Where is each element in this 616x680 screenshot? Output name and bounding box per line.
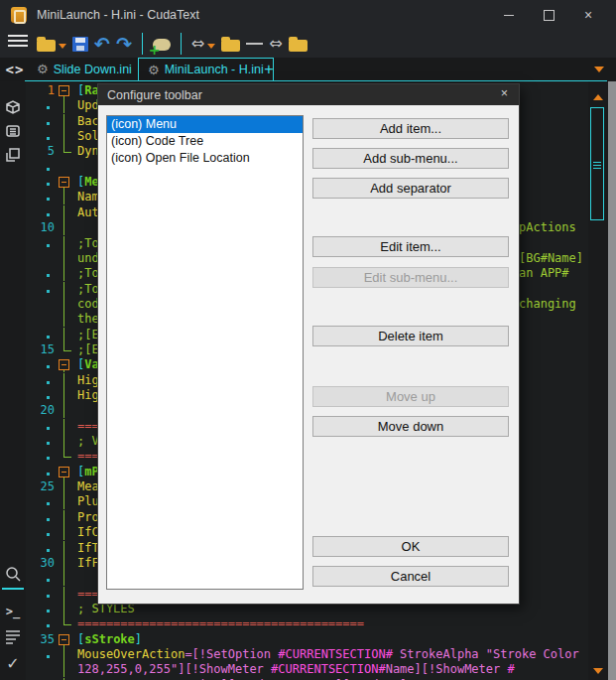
code-text-fragment: an APP# [519, 266, 569, 281]
add-item-button[interactable]: Add item... [312, 118, 509, 139]
minimize-button[interactable] [489, 0, 529, 30]
code-text: Aut [77, 205, 99, 220]
line-number: 30 [28, 556, 55, 571]
fold-line [63, 571, 64, 586]
redo-button[interactable]: ↷ [116, 32, 132, 56]
code-text: ;To [77, 282, 99, 297]
fold-line [63, 312, 64, 327]
vertical-scrollbar[interactable] [588, 81, 608, 680]
delete-item-button[interactable]: Delete item [312, 326, 509, 346]
line-number: 25 [28, 479, 55, 494]
code-text: === [77, 587, 99, 602]
folder-icon [221, 40, 240, 52]
tab-label: Slide Down.ini [54, 63, 132, 76]
list-item[interactable]: (icon) Open File Location [107, 150, 303, 167]
open-file-button[interactable] [37, 32, 66, 56]
code-text: Pro [77, 510, 99, 525]
tab-list-dropdown-icon[interactable] [594, 67, 604, 72]
cancel-button[interactable]: Cancel [312, 566, 509, 587]
code-text: [Va [77, 357, 99, 372]
fold-marker-icon[interactable] [59, 467, 69, 477]
fold-line [63, 152, 71, 153]
new-snippet-button[interactable]: + [153, 32, 171, 56]
folder-button-2[interactable] [289, 32, 308, 56]
code-text: [mP [77, 465, 99, 479]
code-text: [Ra [77, 83, 99, 98]
fold-line [63, 479, 64, 494]
open-dropdown-icon [59, 44, 66, 49]
double-arrow-icon: ⇔ [191, 35, 204, 53]
scrollbar-thumb[interactable] [590, 107, 604, 220]
tab-bar: <> ⚙ Slide Down.ini ⚙ MiniLaunch - H.ini… [0, 58, 616, 81]
list-item[interactable]: (icon) Menu [107, 116, 303, 133]
code-text: IfC [77, 525, 99, 540]
double-arrow-button[interactable]: ⇔ [269, 32, 282, 56]
dialog-close-icon[interactable]: × [501, 86, 508, 100]
scroll-down-icon[interactable] [593, 668, 603, 674]
fold-line [63, 556, 64, 571]
menu-lines-button[interactable] [246, 32, 263, 56]
code-text: ;To [77, 236, 99, 251]
window-right-strip [608, 81, 616, 680]
fold-line [63, 662, 64, 677]
tab-slide-down[interactable]: ⚙ Slide Down.ini [28, 58, 141, 80]
save-icon [72, 37, 88, 52]
code-text: Sol [77, 129, 99, 144]
code-text: ;[E [77, 342, 99, 357]
sync-editing-button[interactable]: ⇔ [191, 32, 215, 56]
dialog-title-bar[interactable]: Configure toolbar × [98, 84, 519, 105]
fold-line [63, 297, 64, 312]
fold-line [63, 350, 71, 351]
code-text: Plu [77, 494, 99, 509]
code-line: 35[sStroke] [0, 632, 608, 647]
move-up-button: Move up [312, 386, 509, 407]
fold-marker-icon[interactable] [59, 634, 69, 645]
move-down-button[interactable]: Move down [312, 416, 509, 437]
code-text-fragment: changing [519, 297, 576, 312]
tab-minilaunch-active[interactable]: ⚙ MiniLaunch - H.ini [138, 58, 274, 80]
code-text: === [77, 419, 99, 434]
new-tab-button[interactable]: + [256, 58, 282, 80]
code-text: MouseOverAction=[!SetOption #CURRENTSECT… [77, 647, 579, 662]
fold-line [63, 587, 64, 602]
menu-icon[interactable] [8, 32, 28, 56]
list-item[interactable]: (icon) Code Tree [107, 133, 303, 150]
code-text: the [77, 312, 99, 327]
code-line: ; STYLES [0, 602, 608, 616]
fold-marker-icon[interactable] [59, 85, 69, 96]
code-line: MouseOverAction=[!SetOption #CURRENTSECT… [0, 647, 608, 662]
ok-button[interactable]: OK [312, 536, 509, 557]
add-sub-menu-button[interactable]: Add sub-menu... [312, 148, 509, 169]
fold-line [63, 494, 64, 509]
line-number: 20 [28, 403, 55, 418]
close-button[interactable]: × [568, 0, 608, 30]
fold-marker-icon[interactable] [59, 177, 69, 188]
line-number: 35 [28, 632, 55, 647]
fold-line [63, 129, 64, 144]
code-brackets-icon[interactable]: <> [4, 60, 26, 79]
code-text: Nam [77, 190, 99, 204]
double-arrow-dropdown-icon [207, 44, 215, 49]
scroll-up-icon[interactable] [593, 94, 603, 100]
fold-marker-icon[interactable] [59, 359, 69, 370]
dialog-title: Configure toolbar [107, 88, 202, 102]
toolbar-items-listbox[interactable]: (icon) Menu(icon) Code Tree(icon) Open F… [106, 115, 304, 590]
undo-button[interactable]: ↶ [94, 32, 110, 56]
save-button[interactable] [72, 32, 88, 56]
code-text: Mea [77, 479, 99, 494]
fold-line [63, 434, 64, 449]
folder-button[interactable] [221, 32, 240, 56]
code-text: ; V [77, 434, 99, 449]
fold-line [63, 220, 64, 235]
minimize-icon [504, 15, 514, 16]
edit-sub-menu-button: Edit sub-menu... [312, 267, 509, 288]
fold-line [63, 403, 64, 418]
line-number: 5 [28, 144, 55, 159]
gear-icon: ⚙ [148, 63, 160, 77]
edit-item-button[interactable]: Edit item... [312, 236, 509, 257]
fold-line [63, 205, 64, 220]
add-separator-button[interactable]: Add separator [312, 178, 509, 199]
maximize-button[interactable] [529, 0, 568, 30]
cudatext-window: MiniLaunch - H.ini - CudaText × ↶ ↷ + ⇔ … [0, 0, 616, 680]
fold-line [63, 98, 64, 113]
